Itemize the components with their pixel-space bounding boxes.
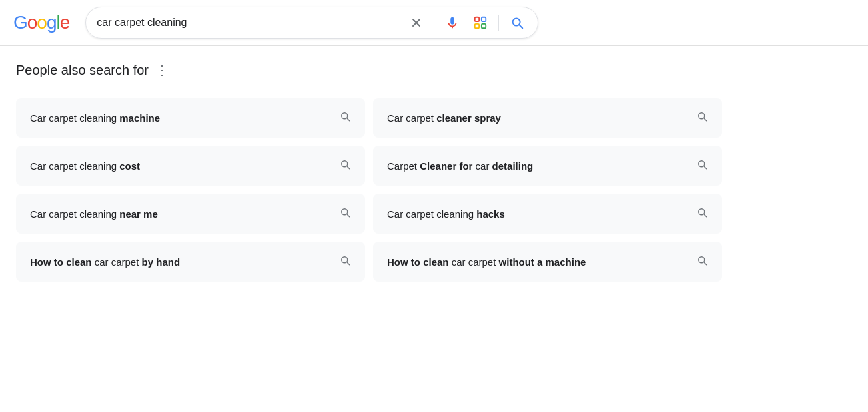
chip-car-carpet-cleaning-near-me[interactable]: Car carpet cleaning near me [16, 194, 365, 234]
search-icons [407, 13, 527, 33]
chip-text: Car carpet cleaning hacks [387, 207, 505, 221]
chip-text: How to clean car carpet by hand [30, 255, 180, 269]
chip-how-to-clean-car-carpet-by-hand[interactable]: How to clean car carpet by hand [16, 242, 365, 282]
chip-text: How to clean car carpet without a machin… [387, 255, 586, 269]
chip-text: Carpet Cleaner for car detailing [387, 159, 533, 173]
chip-search-icon [696, 206, 708, 221]
search-bar [85, 7, 538, 39]
more-options-icon[interactable]: ⋮ [155, 62, 169, 78]
google-logo[interactable]: Google [13, 12, 69, 33]
lens-icon [473, 15, 488, 30]
header: Google [0, 0, 868, 46]
chip-car-carpet-cleaning-hacks[interactable]: Car carpet cleaning hacks [373, 194, 722, 234]
clear-button[interactable] [407, 13, 426, 32]
mic-icon [445, 15, 460, 30]
section-header: People also search for ⋮ [16, 62, 852, 78]
voice-search-button[interactable] [442, 13, 462, 33]
chip-carpet-cleaner-for-car-detailing[interactable]: Carpet Cleaner for car detailing [373, 146, 722, 186]
svg-rect-2 [482, 24, 486, 28]
chip-text: Car carpet cleaning near me [30, 207, 158, 221]
chip-search-icon [339, 254, 351, 269]
chip-text: Car carpet cleaning cost [30, 159, 140, 173]
chip-search-icon [339, 110, 351, 125]
chip-search-icon [339, 158, 351, 173]
lens-button[interactable] [470, 13, 490, 33]
chip-car-carpet-cleaner-spray[interactable]: Car carpet cleaner spray [373, 98, 722, 138]
chip-search-icon [696, 110, 708, 125]
svg-rect-1 [482, 17, 486, 21]
svg-rect-0 [475, 17, 479, 21]
main-content: People also search for ⋮ Car carpet clea… [0, 46, 868, 298]
divider-2 [498, 15, 499, 31]
section-title: People also search for [16, 63, 149, 78]
search-icon [510, 15, 524, 30]
search-button[interactable] [507, 13, 527, 33]
svg-rect-3 [475, 24, 479, 28]
close-icon [410, 16, 423, 29]
chip-text: Car carpet cleaning machine [30, 111, 160, 125]
chip-text: Car carpet cleaner spray [387, 111, 501, 125]
search-input[interactable] [97, 17, 399, 29]
chip-car-carpet-cleaning-machine[interactable]: Car carpet cleaning machine [16, 98, 365, 138]
chip-search-icon [696, 158, 708, 173]
chip-search-icon [339, 206, 351, 221]
chip-how-to-clean-car-carpet-without-machine[interactable]: How to clean car carpet without a machin… [373, 242, 722, 282]
chip-car-carpet-cleaning-cost[interactable]: Car carpet cleaning cost [16, 146, 365, 186]
chip-search-icon [696, 254, 708, 269]
search-chips-grid: Car carpet cleaning machine Car carpet c… [16, 98, 722, 282]
divider [434, 15, 434, 31]
